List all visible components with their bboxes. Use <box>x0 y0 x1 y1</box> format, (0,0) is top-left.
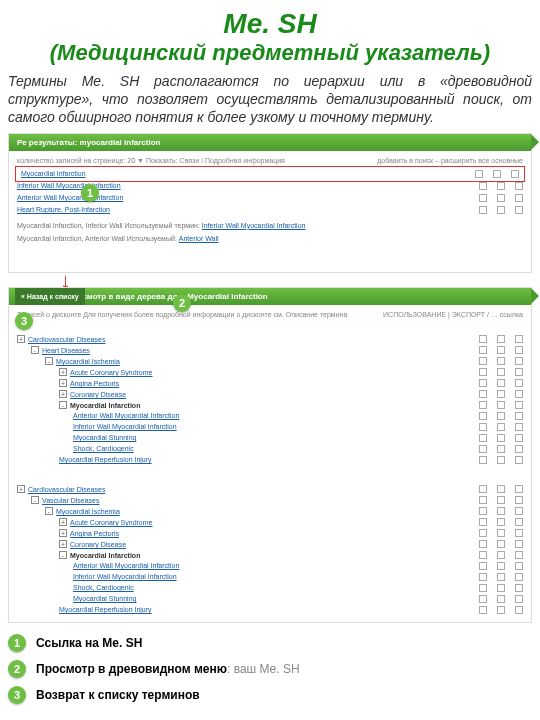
note-2: Myocardial Infarction, Anterior Wall Исп… <box>17 235 523 242</box>
tree-row[interactable]: -Heart Diseases <box>17 345 523 356</box>
tree-row[interactable]: -Myocardial Infarction <box>17 400 523 411</box>
tree-row[interactable]: Myocardial Stunning <box>17 594 523 605</box>
tree-row[interactable]: -Vascular Diseases <box>17 495 523 506</box>
meta-left: количество записей на странице: 20 ▼ Пок… <box>17 157 285 164</box>
tree-row[interactable]: Shock, Cardiogenic <box>17 444 523 455</box>
tree-header: « Назад к списку Просмотр в виде дерева … <box>9 288 531 305</box>
tree-row[interactable]: +Acute Coronary Syndrome <box>17 367 523 378</box>
tree-meta-right: ИСПОЛЬЗОВАНИЕ | ЭКСПОРТ / … ссылка <box>383 311 523 318</box>
tree-row[interactable]: Shock, Cardiogenic <box>17 583 523 594</box>
result-term[interactable]: Heart Rupture, Post-Infarction <box>17 204 523 216</box>
tree-row[interactable]: Myocardial Stunning <box>17 433 523 444</box>
title-line2: (Медицинский предметный указатель) <box>0 40 540 66</box>
tree-row[interactable]: +Acute Coronary Syndrome <box>17 517 523 528</box>
intro-text: Термины Me. SH располагаются по иерархии… <box>0 72 540 127</box>
tree-row[interactable]: -Myocardial Ischemia <box>17 356 523 367</box>
tree-1: +Cardiovascular Diseases-Heart Diseases-… <box>9 328 531 472</box>
tree-row[interactable]: Myocardial Reperfusion Injury <box>17 455 523 466</box>
tree-row[interactable]: Myocardial Reperfusion Injury <box>17 605 523 616</box>
result-term[interactable]: Myocardial Infarction <box>17 168 523 180</box>
results-header: Ре результаты: myocardial infarction <box>9 134 531 151</box>
tree-meta-left: Записей о дисконте Для получения более п… <box>17 311 347 318</box>
note-1: Myocardial Infarction, Inferior Wall Исп… <box>17 222 523 229</box>
tree-row[interactable]: +Cardiovascular Diseases <box>17 484 523 495</box>
meta-right: добавить в поиск – расширить все основны… <box>377 157 523 164</box>
tree-row[interactable]: Anterior Wall Myocardial Infarction <box>17 411 523 422</box>
tree-row[interactable]: +Cardiovascular Diseases <box>17 334 523 345</box>
legend-row: 1Ссылка на Me. SH <box>8 634 300 652</box>
tree-row[interactable]: -Myocardial Infarction <box>17 550 523 561</box>
tree-2: +Cardiovascular Diseases-Vascular Diseas… <box>9 478 531 622</box>
marker-3: 3 <box>15 312 33 330</box>
title-line1: Me. SH <box>0 8 540 40</box>
note-link-2[interactable]: Anterior Wall <box>179 235 219 242</box>
tree-card: « Назад к списку Просмотр в виде дерева … <box>8 287 532 623</box>
legend-row: 2Просмотр в древовидном меню: ваш Me. SH <box>8 660 300 678</box>
note-link-1[interactable]: Inferior Wall Myocardial Infarction <box>202 222 306 229</box>
marker-2: 2 <box>173 294 191 312</box>
legend-row: 3Возврат к списку терминов <box>8 686 300 704</box>
tree-row[interactable]: +Coronary Disease <box>17 539 523 550</box>
back-button[interactable]: « Назад к списку <box>15 288 85 305</box>
tree-row[interactable]: +Angina Pectoris <box>17 528 523 539</box>
marker-1: 1 <box>81 184 99 202</box>
tree-row[interactable]: -Myocardial Ischemia <box>17 506 523 517</box>
tree-row[interactable]: Inferior Wall Myocardial Infarction <box>17 422 523 433</box>
results-card: Ре результаты: myocardial infarction кол… <box>8 133 532 273</box>
legend: 1Ссылка на Me. SH2Просмотр в древовидном… <box>8 626 300 712</box>
tree-row[interactable]: Inferior Wall Myocardial Infarction <box>17 572 523 583</box>
tree-row[interactable]: +Angina Pectoris <box>17 378 523 389</box>
tree-row[interactable]: +Coronary Disease <box>17 389 523 400</box>
tree-row[interactable]: Anterior Wall Myocardial Infarction <box>17 561 523 572</box>
